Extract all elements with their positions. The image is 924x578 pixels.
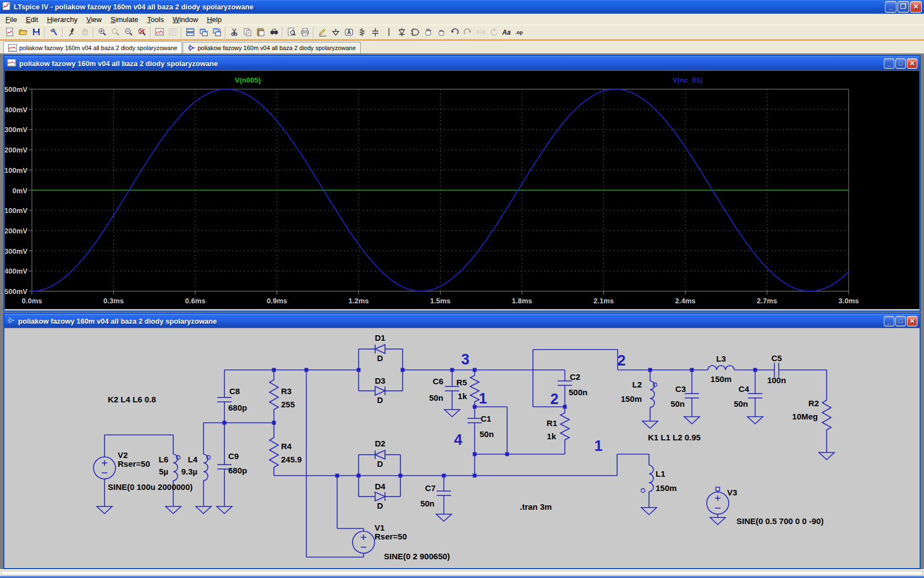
label-v1-name[interactable]: V1: [375, 523, 384, 532]
directive-tran[interactable]: .tran 3m: [520, 502, 552, 511]
waveform-plot-area[interactable]: 500mV400mV300mV200mV100mV0mV-100mV-200mV…: [4, 70, 920, 309]
label-r2-value[interactable]: 10Meg: [792, 412, 818, 421]
toolbar-button-zoom-full-extents[interactable]: [135, 26, 148, 39]
toolbar-button-place-ground[interactable]: [329, 26, 342, 39]
toolbar-button-run[interactable]: [65, 26, 78, 39]
label-c2-value[interactable]: 500n: [569, 388, 587, 397]
toolbar-button-zoom-in[interactable]: [96, 26, 109, 39]
toolbar-button-cut[interactable]: [228, 26, 241, 39]
toolbar-button-undo[interactable]: [448, 26, 461, 39]
schematic-drawing[interactable]: K2 L4 L6 0.8V2Rser=50SINE(0 100u 2000000…: [4, 328, 920, 568]
label-c3-name[interactable]: C3: [675, 384, 686, 394]
label-r4-value[interactable]: 245.9: [281, 455, 302, 464]
label-d4-value[interactable]: D: [377, 501, 383, 510]
label-c4-value[interactable]: 50n: [734, 399, 748, 408]
toolbar-button-place-text[interactable]: Aa: [501, 26, 514, 39]
menu-window[interactable]: Window: [168, 14, 202, 25]
label-r4-name[interactable]: R4: [281, 441, 292, 451]
directive-k1[interactable]: K1 L1 L2 0.95: [648, 433, 701, 442]
label-d1-value[interactable]: D: [377, 353, 383, 363]
toolbar-button-place-resistor[interactable]: [355, 26, 369, 39]
schematic-window-title-bar[interactable]: poliakow fazowy 160m v04 all baza 2 diod…: [4, 314, 920, 328]
toolbar-button-redo[interactable]: [461, 26, 474, 39]
app-title-bar[interactable]: LTspice IV - poliakow fazowy 160m v04 al…: [0, 0, 924, 14]
toolbar-button-place-inductor[interactable]: [382, 26, 395, 39]
toolbar-button-place-diode[interactable]: [395, 26, 408, 39]
label-r5-name[interactable]: R5: [457, 378, 467, 387]
label-l4-value[interactable]: 9.3µ: [182, 467, 198, 476]
node-label-2b[interactable]: 2: [617, 352, 625, 369]
label-r1-value[interactable]: 1k: [547, 432, 556, 441]
toolbar-button-tile-horizontal[interactable]: [184, 26, 197, 39]
node-label-1a[interactable]: 1: [479, 390, 487, 407]
label-l2-value[interactable]: 150m: [621, 394, 642, 403]
label-d4-name[interactable]: D4: [375, 482, 386, 491]
toolbar-button-move[interactable]: [421, 26, 435, 39]
toolbar-button-copy[interactable]: [241, 26, 254, 39]
trace-label-vnc01[interactable]: V(nc_01): [673, 76, 702, 84]
toolbar-button-rotate[interactable]: [487, 26, 501, 39]
label-c7-value[interactable]: 50n: [420, 499, 435, 508]
node-label-1b[interactable]: 1: [594, 438, 602, 454]
label-d3-value[interactable]: D: [377, 395, 383, 405]
label-d3-name[interactable]: D3: [375, 376, 385, 385]
menu-view[interactable]: View: [82, 14, 106, 25]
waveform-plot[interactable]: 500mV400mV300mV200mV100mV0mV-100mV-200mV…: [5, 71, 920, 310]
menu-simulate[interactable]: Simulate: [106, 14, 143, 25]
menu-hierarchy[interactable]: Hierarchy: [42, 14, 82, 25]
label-d2-name[interactable]: D2: [375, 439, 385, 448]
label-v2-attr[interactable]: Rser=50: [118, 459, 150, 468]
label-v3-model[interactable]: SINE(0 0.5 700 0 0 -90): [736, 516, 823, 526]
toolbar-button-find[interactable]: [267, 26, 280, 39]
label-d2-value[interactable]: D: [377, 459, 383, 468]
restore-button[interactable]: ❐: [898, 1, 909, 13]
label-v2-model[interactable]: SINE(0 100u 2000000): [108, 482, 193, 492]
menu-edit[interactable]: Edit: [21, 14, 42, 25]
label-c3-value[interactable]: 50n: [670, 399, 685, 408]
waveform-close-button[interactable]: ✕: [907, 58, 917, 69]
waveform-minimize-button[interactable]: _: [884, 58, 894, 69]
toolbar-button-draw-wire[interactable]: [316, 26, 329, 39]
label-r2-name[interactable]: R2: [809, 399, 819, 408]
label-c1-value[interactable]: 50n: [480, 429, 494, 439]
label-r3-name[interactable]: R3: [281, 386, 292, 396]
toolbar-button-place-label[interactable]: A: [342, 26, 355, 39]
label-r1-name[interactable]: R1: [547, 418, 557, 428]
toolbar-button-halt[interactable]: [78, 26, 91, 39]
label-c2-name[interactable]: C2: [570, 372, 580, 381]
label-l2-name[interactable]: L2: [632, 380, 642, 389]
toolbar-button-cascade-windows[interactable]: [210, 26, 223, 39]
menu-file[interactable]: File: [1, 14, 21, 25]
toolbar-button-plot-settings[interactable]: [166, 26, 179, 39]
label-c8-name[interactable]: C8: [229, 386, 240, 396]
label-v1-attr[interactable]: Rser=50: [375, 532, 407, 541]
directive-k2[interactable]: K2 L4 L6 0.8: [108, 395, 156, 404]
toolbar-button-waveform-viewer[interactable]: [153, 26, 166, 39]
toolbar-button-print-preview[interactable]: [285, 26, 298, 39]
ltspice-app-icon[interactable]: [2, 2, 11, 12]
toolbar-button-drag[interactable]: [435, 26, 448, 39]
label-c4-name[interactable]: C4: [739, 384, 750, 394]
label-l3-value[interactable]: 150m: [711, 374, 732, 384]
node-label-3[interactable]: 3: [461, 351, 469, 368]
toolbar-button-tile-vertical[interactable]: [197, 26, 210, 39]
toolbar-button-zoom-out[interactable]: [122, 26, 135, 39]
label-v3-name[interactable]: V3: [727, 488, 737, 497]
menu-help[interactable]: Help: [202, 14, 226, 25]
toolbar-button-spice-directive[interactable]: .op: [514, 26, 527, 39]
label-l3-name[interactable]: L3: [716, 354, 726, 363]
toolbar-button-paste[interactable]: [254, 26, 267, 39]
label-l1-name[interactable]: L1: [656, 469, 666, 478]
toolbar-button-open[interactable]: [16, 26, 30, 39]
schematic-canvas[interactable]: K2 L4 L6 0.8V2Rser=50SINE(0 100u 2000000…: [4, 328, 920, 568]
label-l4-name[interactable]: L4: [188, 455, 197, 464]
tab-waveform[interactable]: poliakow fazowy 160m v04 all baza 2 diod…: [3, 41, 182, 53]
label-c7-name[interactable]: C7: [425, 483, 436, 493]
label-c5-name[interactable]: C5: [771, 353, 782, 363]
toolbar-button-place-component[interactable]: [408, 26, 421, 39]
label-c8-value[interactable]: 680p: [228, 403, 247, 412]
close-button[interactable]: ✕: [910, 1, 922, 13]
schematic-minimize-button[interactable]: _: [884, 316, 894, 326]
toolbar-button-control-panel[interactable]: [47, 26, 61, 39]
label-c1-name[interactable]: C1: [481, 414, 491, 423]
